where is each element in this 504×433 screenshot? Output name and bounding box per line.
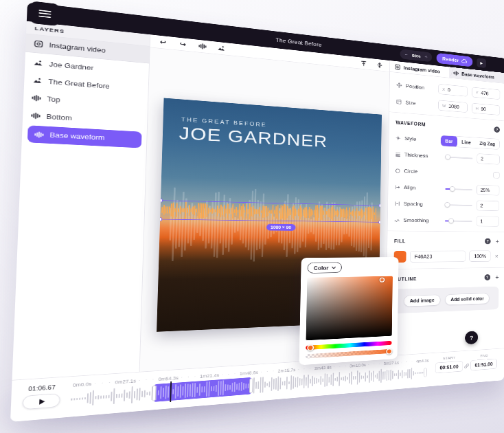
align-horizontal-icon[interactable] <box>359 59 368 68</box>
region-start-handle[interactable] <box>152 385 156 401</box>
menu-button[interactable] <box>30 1 60 26</box>
size-icon <box>396 99 402 104</box>
thickness-input[interactable]: 2 <box>477 153 499 164</box>
fill-opacity-input[interactable]: 100% <box>469 251 490 262</box>
add-image-button[interactable]: Add image <box>404 294 441 307</box>
align-icon <box>395 184 400 189</box>
outline-help-icon[interactable]: ? <box>484 274 490 280</box>
align-slider[interactable] <box>445 188 472 190</box>
y-prefix: Y <box>476 90 479 94</box>
smoothing-input[interactable]: 1 <box>477 216 499 226</box>
play-button[interactable] <box>22 393 60 410</box>
align-input[interactable]: 25% <box>477 185 499 196</box>
hue-knob[interactable] <box>307 344 314 351</box>
size-h-input[interactable]: H 90 <box>472 103 500 115</box>
spacing-icon <box>395 201 400 206</box>
position-label: Position <box>396 82 438 91</box>
layer-label: Joe Gardner <box>49 60 93 71</box>
thickness-label: Thickness <box>396 151 438 159</box>
scene-label: Instagram video <box>49 41 106 54</box>
add-waveform-icon[interactable] <box>197 41 208 51</box>
add-solid-color-button[interactable]: Add solid color <box>445 293 490 305</box>
resize-handle-top-left[interactable] <box>158 199 162 202</box>
outline-add-button[interactable]: + <box>495 274 499 280</box>
ruler-tick-label: 3m37.1s <box>383 360 399 366</box>
position-x-input[interactable]: X 0 <box>438 84 468 97</box>
undo-button[interactable]: ↩ <box>157 37 168 47</box>
render-button[interactable]: Render <box>437 53 473 67</box>
zoom-out-button[interactable]: − <box>404 52 407 57</box>
smoothing-slider[interactable] <box>445 220 472 221</box>
waveform-section-header: WAVEFORM ? <box>396 118 500 134</box>
alpha-slider[interactable] <box>306 349 391 359</box>
smoothing-label: Smoothing <box>394 217 437 223</box>
alpha-knob[interactable] <box>386 348 392 354</box>
fill-remove-button[interactable]: × <box>494 253 499 259</box>
track-end-handle[interactable] <box>424 368 427 377</box>
hue-slider[interactable] <box>306 341 391 350</box>
end-time-input[interactable]: 01:51.00 <box>470 358 497 370</box>
zoom-control[interactable]: − 50% + <box>400 49 433 62</box>
x-value: 0 <box>448 87 450 93</box>
selected-waveform <box>161 201 379 221</box>
zoom-level: 50% <box>412 53 421 58</box>
panel-toggle-button[interactable]: ▶ <box>477 58 486 68</box>
saturation-gradient[interactable] <box>306 276 393 341</box>
ruler-tick-dots: · · · <box>260 369 275 375</box>
resize-handle-top-right[interactable] <box>379 204 382 208</box>
align-slider-knob[interactable] <box>450 186 455 192</box>
transport-controls: 01:06.67 <box>19 381 64 421</box>
start-time-input[interactable]: 00:51.00 <box>435 361 463 373</box>
start-label: START <box>435 355 463 362</box>
size-w-input[interactable]: W 1080 <box>438 100 468 113</box>
region-end-handle[interactable] <box>249 378 253 393</box>
redo-button[interactable]: ↪ <box>177 39 188 49</box>
ruler-tick-label: 0m54.3s <box>159 375 179 382</box>
waveform-icon <box>34 131 43 138</box>
add-image-icon[interactable] <box>216 43 227 53</box>
spacing-slider[interactable] <box>445 204 472 206</box>
zoom-in-button[interactable]: + <box>424 54 427 59</box>
style-option-line[interactable]: Line <box>457 136 475 148</box>
layers-sidebar: LAYERS Instagram video Joe GardnerThe Gr… <box>12 21 151 380</box>
cloud-upload-icon <box>461 58 467 64</box>
fill-hex-input[interactable]: F46A23 <box>410 251 466 263</box>
circle-checkbox[interactable] <box>493 172 499 179</box>
spacing-input[interactable]: 2 <box>477 201 499 212</box>
breadcrumb-layer-label: Base waveform <box>461 71 494 79</box>
ruler-tick-label: 0m0.0s <box>73 381 91 388</box>
fill-help-icon[interactable]: ? <box>485 238 491 245</box>
link-icon[interactable] <box>464 363 469 368</box>
style-option-bar[interactable]: Bar <box>441 135 457 147</box>
spacing-slider-knob[interactable] <box>444 202 450 208</box>
smoothing-slider-knob[interactable] <box>448 218 454 223</box>
help-button[interactable]: ? <box>465 331 478 344</box>
color-mode-dropdown[interactable]: Color <box>308 262 342 273</box>
chevron-down-icon <box>332 266 336 269</box>
instagram-frame-icon <box>395 64 400 69</box>
x-prefix: X <box>442 87 445 92</box>
image-icon <box>33 59 43 67</box>
trim-inputs: 00:51.00 01:51.00 <box>435 358 499 373</box>
poster-title: JOE GARDNER <box>179 123 328 151</box>
fill-add-button[interactable]: + <box>496 238 499 245</box>
render-label: Render <box>442 56 459 63</box>
circle-row: Circle <box>395 165 499 181</box>
outline-section-header: OUTLINE ? + <box>393 273 499 284</box>
style-row: Style Bar Line Zig Zag <box>396 132 500 150</box>
waveform-help-icon[interactable]: ? <box>494 126 500 133</box>
ruler-tick-dots: · · · <box>401 359 414 364</box>
align-vertical-icon[interactable] <box>375 60 384 69</box>
ruler-tick-label: 4m4.3s <box>416 358 429 364</box>
thickness-slider[interactable] <box>446 156 472 159</box>
divider <box>387 231 504 232</box>
ruler-tick-label: 3m10.0s <box>350 362 366 368</box>
fill-section-title: FILL <box>394 238 485 243</box>
resize-handle-bottom-left[interactable] <box>157 217 161 221</box>
position-y-input[interactable]: Y 476 <box>472 87 500 100</box>
gradient-marker[interactable] <box>379 277 385 282</box>
thickness-slider-knob[interactable] <box>445 154 450 159</box>
align-row: Align 25% <box>395 181 499 197</box>
resize-handle-bottom-right[interactable] <box>378 221 382 224</box>
style-option-zigzag[interactable]: Zig Zag <box>475 137 499 150</box>
